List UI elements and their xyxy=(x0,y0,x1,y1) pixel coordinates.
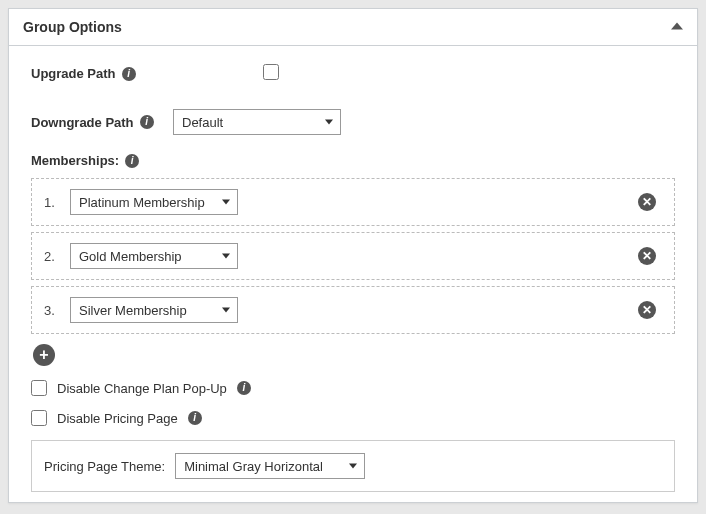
membership-select[interactable]: Silver Membership xyxy=(70,297,238,323)
info-icon[interactable]: i xyxy=(237,381,251,395)
membership-select[interactable]: Gold Membership xyxy=(70,243,238,269)
membership-index: 3. xyxy=(44,303,60,318)
memberships-label-row: Memberships: i xyxy=(31,153,675,168)
pricing-page-panel: Pricing Page Theme: Minimal Gray Horizon… xyxy=(31,440,675,492)
disable-popup-row: Disable Change Plan Pop-Up i xyxy=(31,380,675,396)
membership-select[interactable]: Platinum Membership xyxy=(70,189,238,215)
panel-header[interactable]: Group Options xyxy=(9,9,697,46)
membership-index: 1. xyxy=(44,195,60,210)
disable-pricing-row: Disable Pricing Page i xyxy=(31,410,675,426)
membership-row[interactable]: 2. Gold Membership ✕ xyxy=(31,232,675,280)
collapse-icon[interactable] xyxy=(671,19,683,35)
info-icon[interactable]: i xyxy=(140,115,154,129)
group-options-panel: Group Options Upgrade Path i Downgrade P… xyxy=(8,8,698,503)
upgrade-path-checkbox[interactable] xyxy=(263,64,279,80)
remove-icon[interactable]: ✕ xyxy=(638,247,656,265)
membership-row[interactable]: 3. Silver Membership ✕ xyxy=(31,286,675,334)
upgrade-path-label: Upgrade Path xyxy=(31,66,116,81)
remove-icon[interactable]: ✕ xyxy=(638,301,656,319)
downgrade-path-row: Downgrade Path i Default xyxy=(31,109,675,135)
add-membership-button[interactable]: + xyxy=(33,344,55,366)
remove-icon[interactable]: ✕ xyxy=(638,193,656,211)
disable-popup-label: Disable Change Plan Pop-Up xyxy=(57,381,227,396)
upgrade-path-row: Upgrade Path i xyxy=(31,64,675,83)
info-icon[interactable]: i xyxy=(188,411,202,425)
panel-title: Group Options xyxy=(23,19,122,35)
disable-popup-checkbox[interactable] xyxy=(31,380,47,396)
pricing-theme-label: Pricing Page Theme: xyxy=(44,459,165,474)
info-icon[interactable]: i xyxy=(125,154,139,168)
panel-body: Upgrade Path i Downgrade Path i Default … xyxy=(9,46,697,502)
downgrade-path-label: Downgrade Path xyxy=(31,115,134,130)
memberships-list: 1. Platinum Membership ✕ 2. Gold Members… xyxy=(31,178,675,334)
disable-pricing-label: Disable Pricing Page xyxy=(57,411,178,426)
membership-index: 2. xyxy=(44,249,60,264)
disable-pricing-checkbox[interactable] xyxy=(31,410,47,426)
memberships-label: Memberships: xyxy=(31,153,119,168)
downgrade-path-select[interactable]: Default xyxy=(173,109,341,135)
pricing-theme-select[interactable]: Minimal Gray Horizontal xyxy=(175,453,365,479)
membership-row[interactable]: 1. Platinum Membership ✕ xyxy=(31,178,675,226)
info-icon[interactable]: i xyxy=(122,67,136,81)
